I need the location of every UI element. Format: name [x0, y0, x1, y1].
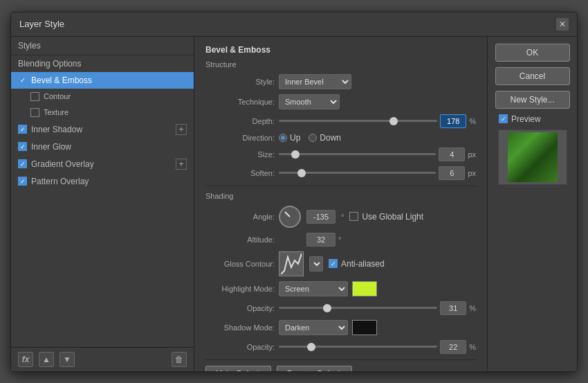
sidebar-item-pattern-overlay[interactable]: Pattern Overlay [11, 173, 194, 190]
soften-slider[interactable] [279, 172, 436, 174]
direction-up-label: Up [290, 133, 300, 143]
texture-label: Texture [44, 108, 68, 116]
inner-shadow-add-icon[interactable]: + [176, 124, 187, 135]
highlight-mode-label: Highlight Mode: [205, 285, 275, 293]
sidebar-item-inner-shadow[interactable]: Inner Shadow + [11, 121, 194, 139]
left-panel: Styles Blending Options Bevel & Emboss C… [11, 37, 194, 371]
contour-preview-svg [281, 253, 302, 274]
direction-down-radio[interactable] [309, 134, 317, 142]
preview-label: Preview [511, 114, 541, 124]
shadow-opacity-slider[interactable] [279, 346, 437, 348]
sidebar-item-contour[interactable]: Contour [11, 89, 194, 105]
global-light-row[interactable]: Use Global Light [349, 212, 423, 222]
highlight-opacity-control: % [279, 301, 476, 315]
right-panel: OK Cancel New Style... Preview [487, 37, 577, 371]
direction-up-option[interactable]: Up [279, 133, 300, 143]
contour-checkbox[interactable] [30, 92, 39, 101]
depth-slider[interactable] [279, 120, 437, 122]
left-footer: fx ▲ ▼ 🗑 [11, 347, 194, 371]
structure-subtitle: Structure [205, 60, 476, 69]
highlight-opacity-thumb[interactable] [323, 304, 331, 312]
depth-row: Depth: % [205, 114, 476, 128]
angle-control: ° Use Global Light [279, 206, 476, 228]
delete-button[interactable]: 🗑 [172, 352, 187, 367]
sidebar-item-texture[interactable]: Texture [11, 105, 194, 121]
highlight-opacity-unit: % [469, 304, 476, 312]
direction-down-option[interactable]: Down [309, 133, 341, 143]
shadow-color-swatch[interactable] [352, 320, 377, 335]
shadow-mode-select[interactable]: Darken Multiply Normal [279, 320, 348, 335]
size-input[interactable] [439, 148, 465, 161]
gradient-overlay-add-icon[interactable]: + [176, 159, 187, 170]
sidebar-item-blending-options[interactable]: Blending Options [11, 55, 194, 72]
preview-checkbox[interactable] [499, 114, 508, 123]
technique-control: Smooth Chisel Hard Chisel Soft [279, 94, 476, 109]
altitude-label: Altitude: [205, 235, 275, 244]
direction-up-radio[interactable] [279, 134, 287, 142]
angle-label: Angle: [205, 213, 275, 221]
altitude-input[interactable] [306, 233, 336, 247]
fx-button[interactable]: fx [18, 352, 33, 367]
shadow-opacity-thumb[interactable] [307, 343, 315, 351]
highlight-mode-control: Screen Normal Multiply Overlay [279, 281, 476, 296]
technique-select[interactable]: Smooth Chisel Hard Chisel Soft [279, 94, 340, 109]
technique-row: Technique: Smooth Chisel Hard Chisel Sof… [205, 94, 476, 109]
shadow-mode-control: Darken Multiply Normal [279, 320, 476, 335]
reset-to-default-button[interactable]: Reset to Default [277, 366, 352, 371]
size-unit: px [468, 150, 476, 159]
contour-dropdown[interactable] [309, 256, 323, 271]
sidebar-item-inner-glow[interactable]: Inner Glow [11, 139, 194, 155]
gloss-contour-row: Gloss Contour: Anti-aliased [205, 251, 476, 276]
move-up-button[interactable]: ▲ [39, 352, 54, 367]
shadow-opacity-unit: % [469, 343, 476, 351]
cancel-button[interactable]: Cancel [495, 67, 570, 85]
soften-label: Soften: [205, 169, 275, 177]
shadow-opacity-control: % [279, 340, 476, 354]
preview-row[interactable]: Preview [499, 114, 541, 124]
anti-aliased-row[interactable]: Anti-aliased [329, 259, 385, 269]
structure-shading-divider [205, 186, 476, 186]
soften-unit: px [468, 169, 476, 177]
shadow-opacity-input[interactable] [440, 340, 466, 354]
highlight-opacity-input[interactable] [440, 301, 466, 315]
size-control: px [279, 148, 476, 161]
size-slider[interactable] [279, 153, 436, 155]
soften-slider-thumb[interactable] [297, 169, 306, 177]
sidebar-item-gradient-overlay[interactable]: Gradient Overlay + [11, 155, 194, 173]
inner-glow-checkbox[interactable] [18, 142, 27, 151]
new-style-button[interactable]: New Style... [495, 91, 570, 109]
global-light-checkbox[interactable] [349, 212, 358, 221]
move-down-button[interactable]: ▼ [59, 352, 75, 367]
anti-aliased-checkbox[interactable] [329, 259, 338, 268]
make-default-button[interactable]: Make Default [205, 366, 271, 371]
highlight-mode-row: Highlight Mode: Screen Normal Multiply O… [205, 281, 476, 296]
direction-control: Up Down [279, 133, 476, 143]
gloss-contour-label: Gloss Contour: [205, 260, 275, 268]
texture-checkbox[interactable] [30, 108, 39, 117]
inner-shadow-checkbox[interactable] [18, 125, 27, 134]
soften-input[interactable] [439, 166, 465, 180]
angle-dial[interactable] [279, 206, 301, 228]
dialog-title: Layer Style [19, 19, 64, 29]
highlight-color-swatch[interactable] [352, 281, 377, 296]
pattern-overlay-checkbox[interactable] [18, 177, 27, 186]
style-select[interactable]: Inner Bevel Outer Bevel Emboss Pillow Em… [279, 74, 351, 89]
size-slider-thumb[interactable] [291, 150, 300, 159]
sidebar-item-bevel-emboss[interactable]: Bevel & Emboss [11, 72, 194, 89]
highlight-opacity-slider[interactable] [279, 307, 437, 309]
depth-slider-thumb[interactable] [389, 117, 398, 125]
depth-label: Depth: [205, 117, 275, 125]
gradient-overlay-label: Gradient Overlay [31, 159, 94, 169]
gloss-contour-preview[interactable] [279, 251, 304, 276]
depth-control: % [279, 114, 476, 128]
shadow-opacity-row: Opacity: % [205, 340, 476, 354]
bevel-emboss-section-title: Bevel & Emboss [205, 45, 476, 55]
gradient-overlay-checkbox[interactable] [18, 159, 27, 168]
ok-button[interactable]: OK [495, 44, 570, 62]
global-light-label: Use Global Light [362, 212, 423, 222]
angle-input[interactable] [306, 210, 336, 224]
close-button[interactable]: ✕ [556, 18, 569, 30]
depth-input[interactable] [440, 114, 466, 128]
bevel-emboss-checkbox[interactable] [18, 75, 27, 84]
highlight-mode-select[interactable]: Screen Normal Multiply Overlay [279, 281, 348, 296]
